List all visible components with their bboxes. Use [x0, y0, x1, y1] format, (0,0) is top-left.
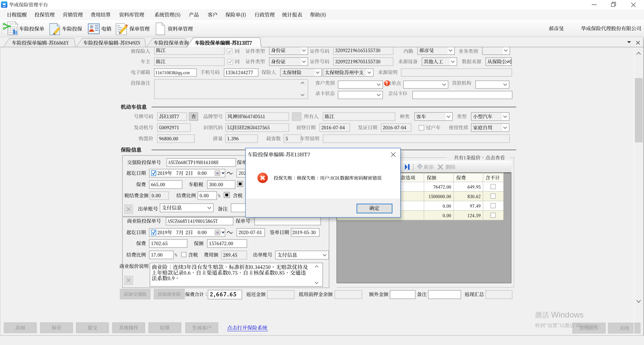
svg-text:Windows: Windows: [551, 310, 584, 319]
svg-text:Windows: Windows: [576, 323, 597, 328]
